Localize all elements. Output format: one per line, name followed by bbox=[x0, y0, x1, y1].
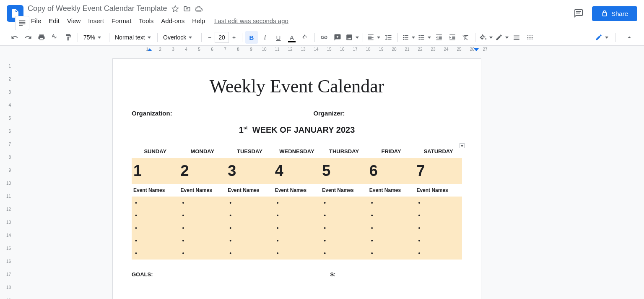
table-cell-ev-cell[interactable]: • bbox=[320, 234, 368, 247]
table-cell-daynum[interactable]: 6 bbox=[368, 158, 415, 184]
italic-button[interactable]: I bbox=[259, 31, 271, 44]
checklist-button[interactable] bbox=[401, 32, 416, 43]
paint-format-button[interactable] bbox=[62, 31, 75, 44]
redo-button[interactable] bbox=[22, 31, 34, 44]
table-cell[interactable]: FRIDAY bbox=[368, 145, 415, 158]
table-cell-ev-cell[interactable]: • bbox=[273, 247, 321, 260]
table-options-icon[interactable] bbox=[460, 143, 465, 148]
increase-font-size-button[interactable]: + bbox=[229, 32, 239, 43]
border-dash-button[interactable] bbox=[524, 31, 536, 44]
table-cell-ev-cell[interactable]: • bbox=[132, 247, 179, 260]
table-cell[interactable]: THURSDAY bbox=[320, 145, 368, 158]
menu-file[interactable]: File bbox=[28, 16, 44, 26]
table-cell[interactable]: MONDAY bbox=[179, 145, 226, 158]
table-cell-ev-cell[interactable]: • bbox=[320, 197, 368, 209]
open-comments-button[interactable] bbox=[571, 6, 586, 21]
week-title[interactable]: 1st WEEK OF JANUARY 2023 bbox=[132, 125, 462, 135]
goals-label[interactable]: GOALS: bbox=[132, 271, 313, 278]
cloud-status-icon[interactable] bbox=[195, 5, 203, 13]
insert-image-button[interactable] bbox=[345, 32, 360, 43]
table-cell-ev-cell[interactable]: • bbox=[368, 247, 415, 260]
table-cell[interactable]: SATURDAY bbox=[415, 145, 462, 158]
table-cell-ev-label[interactable]: Event Names bbox=[320, 184, 368, 197]
table-cell-ev-cell[interactable]: • bbox=[273, 209, 321, 222]
table-cell-ev-cell[interactable]: • bbox=[132, 222, 179, 234]
menu-tools[interactable]: Tools bbox=[135, 16, 157, 26]
add-comment-button[interactable] bbox=[331, 31, 344, 44]
table-cell-ev-cell[interactable]: • bbox=[226, 209, 273, 222]
table-cell-ev-label[interactable]: Event Names bbox=[368, 184, 415, 197]
last-edit-link[interactable]: Last edit was seconds ago bbox=[209, 16, 293, 26]
table-cell-ev-label[interactable]: Event Names bbox=[273, 184, 321, 197]
table-cell-daynum[interactable]: 7 bbox=[415, 158, 462, 184]
table-cell-ev-label[interactable]: Event Names bbox=[226, 184, 273, 197]
table-cell-ev-cell[interactable]: • bbox=[273, 222, 321, 234]
border-color-button[interactable] bbox=[494, 32, 509, 43]
table-cell-ev-cell[interactable]: • bbox=[179, 222, 226, 234]
menu-insert[interactable]: Insert bbox=[85, 16, 107, 26]
table-cell-daynum[interactable]: 1 bbox=[132, 158, 179, 184]
table-cell-ev-cell[interactable]: • bbox=[368, 234, 415, 247]
document-page[interactable]: Weekly Event Calendar Organization: Orga… bbox=[112, 58, 481, 299]
bold-button[interactable]: B bbox=[245, 31, 258, 44]
table-cell[interactable]: WEDNESDAY bbox=[273, 145, 321, 158]
font-select[interactable]: Overlock bbox=[161, 32, 198, 42]
table-cell-ev-cell[interactable]: • bbox=[179, 247, 226, 260]
decrease-font-size-button[interactable]: − bbox=[205, 32, 215, 43]
table-cell-ev-cell[interactable]: • bbox=[415, 222, 462, 234]
table-cell-daynum[interactable]: 2 bbox=[179, 158, 226, 184]
table-cell-ev-cell[interactable]: • bbox=[226, 222, 273, 234]
table-cell-ev-cell[interactable]: • bbox=[415, 247, 462, 260]
document-canvas[interactable]: Weekly Event Calendar Organization: Orga… bbox=[13, 53, 644, 299]
clear-formatting-button[interactable] bbox=[460, 31, 472, 44]
menu-edit[interactable]: Edit bbox=[45, 16, 63, 26]
table-cell-ev-cell[interactable]: • bbox=[415, 197, 462, 209]
table-cell-ev-label[interactable]: Event Names bbox=[415, 184, 462, 197]
table-cell-ev-cell[interactable]: • bbox=[273, 197, 321, 209]
document-title[interactable]: Weekly Event Calendar bbox=[132, 76, 462, 97]
table-cell-daynum[interactable]: 5 bbox=[320, 158, 368, 184]
paragraph-style-select[interactable]: Normal text bbox=[112, 32, 154, 42]
font-size-input[interactable]: 20 bbox=[215, 32, 229, 43]
indent-right-marker[interactable] bbox=[474, 48, 479, 51]
table-cell-ev-cell[interactable]: • bbox=[226, 197, 273, 209]
undo-button[interactable] bbox=[8, 31, 21, 44]
text-color-button[interactable]: A bbox=[286, 31, 298, 44]
table-cell-ev-cell[interactable]: • bbox=[320, 222, 368, 234]
organizer-label[interactable]: Organizer: bbox=[313, 110, 462, 117]
table-cell-ev-cell[interactable]: • bbox=[179, 209, 226, 222]
table-cell-ev-cell[interactable]: • bbox=[226, 247, 273, 260]
s-label[interactable]: S: bbox=[330, 271, 335, 278]
table-cell-ev-cell[interactable]: • bbox=[320, 209, 368, 222]
print-button[interactable] bbox=[35, 31, 48, 44]
collapse-toolbar-button[interactable] bbox=[623, 31, 636, 44]
table-cell[interactable]: SUNDAY bbox=[132, 145, 179, 158]
vertical-ruler[interactable]: 12345678910111213141516171819 bbox=[0, 53, 13, 299]
menu-addons[interactable]: Add-ons bbox=[158, 16, 188, 26]
table-cell-ev-cell[interactable]: • bbox=[132, 209, 179, 222]
menu-format[interactable]: Format bbox=[108, 16, 135, 26]
table-cell-ev-cell[interactable]: • bbox=[320, 247, 368, 260]
table-cell-ev-cell[interactable]: • bbox=[415, 234, 462, 247]
insert-link-button[interactable] bbox=[318, 31, 330, 44]
increase-indent-button[interactable] bbox=[446, 31, 459, 44]
calendar-table[interactable]: SUNDAYMONDAYTUESDAYWEDNESDAYTHURSDAYFRID… bbox=[132, 145, 462, 260]
table-cell-ev-cell[interactable]: • bbox=[368, 209, 415, 222]
highlight-color-button[interactable] bbox=[299, 31, 312, 44]
table-cell-ev-cell[interactable]: • bbox=[179, 197, 226, 209]
doc-name[interactable]: Copy of Weekly Event Calendar Template bbox=[28, 4, 167, 13]
fill-color-button[interactable] bbox=[478, 32, 493, 43]
table-cell-daynum[interactable]: 4 bbox=[273, 158, 321, 184]
table-cell-ev-label[interactable]: Event Names bbox=[179, 184, 226, 197]
table-cell-ev-label[interactable]: Event Names bbox=[132, 184, 179, 197]
table-cell-ev-cell[interactable]: • bbox=[368, 197, 415, 209]
editing-mode-button[interactable] bbox=[591, 31, 613, 43]
menu-view[interactable]: View bbox=[64, 16, 84, 26]
line-spacing-button[interactable] bbox=[382, 31, 395, 44]
decrease-indent-button[interactable] bbox=[433, 31, 445, 44]
move-icon[interactable] bbox=[183, 5, 191, 13]
star-icon[interactable] bbox=[171, 5, 179, 13]
bulleted-list-button[interactable] bbox=[417, 32, 432, 43]
table-cell-ev-cell[interactable]: • bbox=[132, 197, 179, 209]
underline-button[interactable]: U bbox=[272, 31, 285, 44]
